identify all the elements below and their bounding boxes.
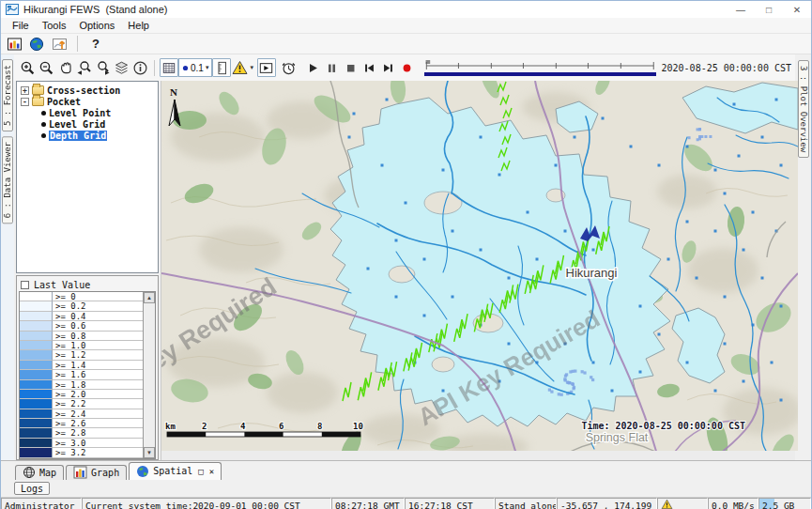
legend-row[interactable]: >= 1.4 [20, 361, 143, 370]
tab-close-icon[interactable]: ✕ [209, 467, 214, 476]
info-icon[interactable] [130, 58, 149, 77]
status-gmt-time: 08:27:18 GMT [331, 498, 405, 509]
legend-label: >= 2.6 [52, 419, 143, 428]
legend-swatch [20, 292, 52, 301]
tree-node-depth-grid[interactable]: Depth Grid [17, 130, 158, 141]
tab-spatial[interactable]: Spatial □ ✕ [129, 462, 222, 480]
pause-icon[interactable] [323, 58, 342, 77]
status-warning[interactable] [657, 498, 708, 509]
last-value-label: Last Value [34, 280, 90, 290]
tab-forecast[interactable]: 5 : Forecast [2, 59, 13, 131]
legend-row[interactable]: >= 2.8 [20, 428, 143, 438]
skip-to-start-icon[interactable] [360, 58, 379, 77]
record-icon[interactable] [398, 58, 417, 77]
warning-dropdown-icon[interactable]: ▾ [250, 64, 253, 71]
legend-row[interactable]: >= 2.0 [20, 390, 143, 399]
tab-data-viewer[interactable]: 6 : Data Viewer [2, 136, 13, 224]
wireframe-globe-icon [23, 466, 36, 479]
expander-icon[interactable]: + [21, 86, 29, 95]
legend-swatch [20, 390, 52, 399]
grid-display-icon[interactable] [160, 58, 178, 77]
contour-scale-combo[interactable]: 0.1▾ [178, 58, 212, 77]
legend-row[interactable]: >= 0.6 [20, 321, 143, 331]
ruler-icon[interactable] [212, 58, 231, 77]
folder-icon [32, 97, 44, 106]
minimize-button[interactable]: — [727, 1, 755, 18]
explorer-icon[interactable] [5, 35, 23, 54]
legend-row[interactable]: >= 3.0 [20, 439, 143, 448]
legend-label: >= 0.6 [52, 321, 143, 331]
legend-row[interactable]: >= 3.2 [20, 448, 143, 457]
legend-swatch [20, 409, 52, 419]
close-button[interactable]: ✕ [783, 1, 811, 18]
movie-player-icon[interactable] [257, 58, 276, 77]
legend-row[interactable]: >= 0 [20, 292, 143, 301]
legend-label: >= 1.8 [52, 380, 143, 390]
filter-tree: + Cross-section - Pocket Level Point [16, 81, 159, 273]
expander-icon[interactable]: - [21, 98, 29, 106]
logs-tab[interactable]: Logs [14, 482, 50, 495]
spatial-display-icon[interactable] [50, 35, 69, 54]
legend-label: >= 0.2 [52, 301, 143, 311]
legend-row[interactable]: >= 2.6 [20, 419, 143, 428]
globe-icon[interactable] [27, 35, 46, 54]
zoom-next-icon[interactable] [93, 58, 112, 77]
time-slider[interactable] [424, 59, 656, 76]
menu-options[interactable]: Options [72, 19, 121, 32]
tree-node-pocket[interactable]: - Pocket [17, 96, 158, 107]
map-time-label: Time: 2020-08-25 00:00:00 CST [581, 421, 745, 431]
tab-plot-overview[interactable]: 3 : Plot Overview [798, 60, 809, 158]
play-icon[interactable] [304, 58, 323, 77]
legend-row[interactable]: >= 0.8 [20, 332, 143, 341]
timer-icon[interactable] [280, 58, 299, 77]
window-title: Hikurangi FEWS (Stand alone) [23, 4, 167, 15]
tree-node-level-point[interactable]: Level Point [17, 107, 158, 118]
menu-file[interactable]: File [6, 19, 36, 32]
tab-maximize-icon[interactable]: □ [198, 467, 203, 476]
legend-row[interactable]: >= 1.8 [20, 380, 143, 390]
map-canvas[interactable]: API Key Required API Key Required Hikura… [161, 81, 798, 451]
pan-hand-icon[interactable] [55, 58, 74, 77]
status-bandwidth: 0.0 MB/s [708, 498, 758, 509]
zoom-previous-icon[interactable] [74, 58, 93, 77]
maximize-button[interactable]: □ [755, 1, 783, 18]
legend-row[interactable]: >= 0.2 [20, 301, 143, 311]
legend-row[interactable]: >= 2.4 [20, 409, 143, 419]
scroll-down-icon[interactable]: ▼ [144, 447, 155, 458]
last-value-checkbox[interactable] [21, 281, 29, 289]
tree-node-level-grid[interactable]: Level Grid [17, 118, 158, 130]
map-container: API Key Required API Key Required Hikura… [161, 81, 795, 460]
scroll-up-icon[interactable]: ▲ [144, 292, 155, 303]
svg-text:6: 6 [279, 422, 283, 431]
warning-icon[interactable] [231, 58, 250, 77]
legend-row[interactable]: >= 1.0 [20, 341, 143, 350]
layers-icon[interactable] [112, 58, 130, 77]
legend-swatch [20, 301, 52, 311]
tab-graph[interactable]: Graph [66, 465, 127, 480]
status-coordinates: -35.657 , 174.199 [557, 498, 657, 509]
legend-row[interactable]: >= 2.2 [20, 399, 143, 409]
chevron-down-icon: ▾ [206, 64, 209, 71]
main-region: 5 : Forecast 6 : Data Viewer 0.1▾ ▾ [1, 54, 811, 460]
legend-swatch [20, 312, 52, 321]
tab-map[interactable]: Map [15, 465, 64, 480]
legend-swatch [20, 419, 52, 428]
legend-row[interactable]: >= 0.4 [20, 312, 143, 321]
help-icon[interactable]: ? [86, 37, 105, 51]
legend-label: >= 2.2 [52, 399, 143, 409]
zoom-in-icon[interactable] [18, 58, 37, 77]
legend-row[interactable]: >= 1.2 [20, 350, 143, 360]
current-time-label: 2020-08-25 00:00:00 CST [662, 63, 791, 73]
menu-tools[interactable]: Tools [36, 19, 73, 32]
legend-swatch [20, 370, 52, 379]
skip-to-end-icon[interactable] [379, 58, 398, 77]
zoom-out-icon[interactable] [37, 58, 55, 77]
data-viewer-panel: + Cross-section - Pocket Level Point [14, 81, 161, 460]
legend-row[interactable]: >= 1.6 [20, 370, 143, 379]
stop-icon[interactable] [342, 58, 360, 77]
legend-label: >= 3.0 [52, 439, 143, 448]
legend-panel: Last Value >= 0 >= 0.2 [16, 275, 159, 460]
menu-help[interactable]: Help [121, 19, 156, 32]
app-window: Hikurangi FEWS (Stand alone) — □ ✕ File … [0, 0, 812, 509]
legend-scrollbar[interactable]: ▲ ▼ [143, 292, 155, 458]
